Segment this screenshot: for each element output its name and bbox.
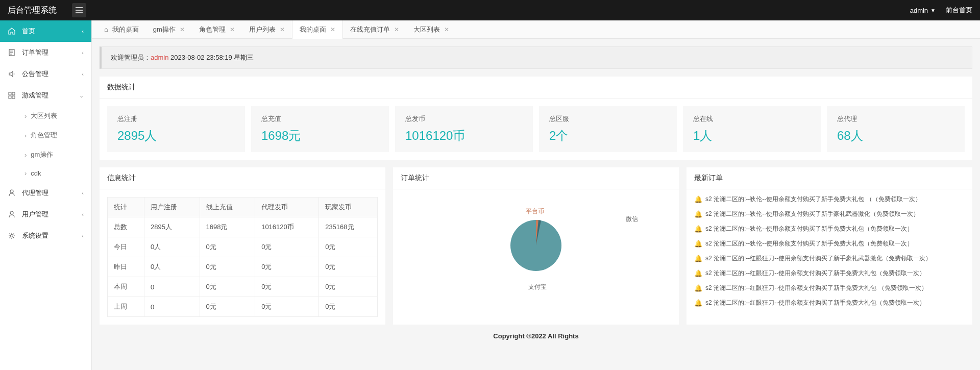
svg-rect-2 — [12, 92, 15, 95]
table-cell: 0元 — [319, 277, 378, 297]
order-item: 🔔s2 沧澜二区的:--红眼狂刀--使用余额支付购买了新手豪礼武器激化（免费领取… — [694, 251, 965, 266]
table-cell: 0人 — [144, 237, 200, 257]
sidebar-item-orders[interactable]: 订单管理 ‹ — [0, 42, 91, 63]
svg-rect-4 — [12, 96, 15, 98]
stat-card-4: 总在线1人 — [683, 106, 821, 152]
sidebar-item-label: 首页 — [22, 27, 35, 36]
order-stats-title: 订单统计 — [393, 167, 679, 189]
sidebar-sub-role[interactable]: ›角色管理 — [0, 126, 91, 145]
caret-down-icon: ▼ — [930, 8, 936, 13]
pie-label-wechat: 微信 — [626, 215, 638, 224]
table-cell: 235168元 — [319, 217, 378, 237]
stat-label: 总注册 — [117, 114, 235, 124]
sidebar-sub-cdk[interactable]: ›cdk — [0, 164, 91, 182]
table-row: 总数2895人1698元1016120币235168元 — [108, 217, 378, 237]
stat-label: 总在线 — [693, 114, 811, 124]
close-icon[interactable]: ✕ — [280, 26, 285, 33]
chevron-left-icon: ‹ — [82, 28, 84, 34]
tab-label: 角色管理 — [199, 25, 226, 34]
order-text: s2 沧澜二区的:--红眼狂刀--使用余额支付购买了新手豪礼武器激化（免费领取一… — [705, 254, 932, 263]
tab-0[interactable]: ⌂我的桌面 — [97, 20, 146, 39]
table-cell: 0 — [144, 277, 200, 297]
footer-copyright: Copyright ©2022 All Rights — [100, 325, 972, 348]
order-item: 🔔s2 沧澜二区的:--红眼狂刀--使用余额支付购买了新手免费大礼包 （免费领取… — [694, 281, 965, 295]
table-row: 本周00元0元0元 — [108, 277, 378, 297]
stats-panel-title: 数据统计 — [100, 77, 972, 98]
tab-bar: ⌂我的桌面gm操作✕角色管理✕用户列表✕我的桌面✕在线充值订单✕大区列表✕ — [92, 20, 980, 39]
sidebar-item-label: 公告管理 — [22, 69, 48, 79]
stat-label: 总区服 — [549, 114, 667, 124]
tab-6[interactable]: 大区列表✕ — [406, 20, 456, 39]
bell-icon: 🔔 — [694, 240, 702, 248]
table-cell: 0元 — [255, 297, 319, 317]
stat-card-1: 总充值1698元 — [251, 106, 389, 152]
order-item: 🔔s2 沧澜二区的:--狄伦--使用余额支付购买了新手免费大礼包（免费领取一次） — [694, 236, 965, 251]
table-header: 玩家发币 — [319, 198, 378, 217]
user-icon — [8, 210, 16, 218]
sidebar: 首页 ‹ 订单管理 ‹ 公告管理 ‹ — [0, 20, 92, 370]
tab-label: 用户列表 — [249, 25, 276, 34]
username-label: admin — [910, 7, 928, 14]
sidebar-item-agent[interactable]: 代理管理 ‹ — [0, 182, 91, 204]
stat-value: 2895人 — [117, 128, 235, 144]
table-header: 代理发币 — [255, 198, 319, 217]
home-icon: ⌂ — [104, 26, 108, 33]
sidebar-sub-gm[interactable]: ›gm操作 — [0, 145, 91, 164]
stat-value: 1人 — [693, 128, 811, 144]
table-header: 用户注册 — [144, 198, 200, 217]
close-icon[interactable]: ✕ — [180, 26, 185, 33]
table-cell: 2895人 — [144, 217, 200, 237]
tab-2[interactable]: 角色管理✕ — [192, 20, 242, 39]
tab-3[interactable]: 用户列表✕ — [242, 20, 292, 39]
pie-chart: 平台币 微信 支付宝 — [393, 189, 679, 302]
table-cell: 今日 — [108, 237, 144, 257]
user-icon — [8, 189, 16, 197]
chevron-left-icon: ‹ — [82, 233, 84, 239]
order-text: s2 沧澜二区的:--狄伦--使用余额支付购买了新手免费大礼包 （（免费领取一次… — [705, 195, 921, 204]
sidebar-item-label: 用户管理 — [22, 210, 48, 219]
table-row: 上周00元0元0元 — [108, 297, 378, 317]
tab-4[interactable]: 我的桌面✕ — [292, 20, 343, 39]
stat-value: 1698元 — [261, 128, 379, 144]
table-cell: 0元 — [200, 277, 255, 297]
sidebar-item-label: 系统设置 — [22, 231, 48, 240]
bell-icon: 🔔 — [694, 269, 702, 277]
close-icon[interactable]: ✕ — [330, 26, 335, 33]
sidebar-item-announce[interactable]: 公告管理 ‹ — [0, 63, 91, 85]
chevron-down-icon: ⌄ — [79, 92, 84, 99]
chevron-left-icon: ‹ — [82, 50, 84, 56]
close-icon[interactable]: ✕ — [444, 26, 449, 33]
close-icon[interactable]: ✕ — [394, 26, 399, 33]
welcome-admin-name: admin — [151, 54, 168, 61]
stat-label: 总代理 — [837, 114, 954, 124]
close-icon[interactable]: ✕ — [230, 26, 235, 33]
sidebar-item-user[interactable]: 用户管理 ‹ — [0, 204, 91, 225]
order-stats-panel: 订单统计 平台币 微信 支付宝 — [393, 167, 679, 325]
stat-value: 1016120币 — [405, 128, 523, 144]
user-menu[interactable]: admin ▼ — [910, 7, 936, 14]
order-item: 🔔s2 沧澜二区的:--狄伦--使用余额支付购买了新手豪礼武器激化（免费领取一次… — [694, 207, 965, 221]
latest-orders-panel: 最新订单 🔔s2 沧澜二区的:--狄伦--使用余额支付购买了新手免费大礼包 （（… — [687, 167, 972, 325]
table-cell: 本周 — [108, 277, 144, 297]
sidebar-item-game[interactable]: 游戏管理 ⌄ — [0, 85, 91, 106]
info-stats-title: 信息统计 — [100, 167, 385, 189]
sidebar-sub-zone-list[interactable]: ›大区列表 — [0, 106, 91, 126]
sidebar-item-settings[interactable]: 系统设置 ‹ — [0, 225, 91, 246]
front-home-link[interactable]: 前台首页 — [946, 6, 972, 15]
tab-1[interactable]: gm操作✕ — [146, 20, 192, 39]
table-cell: 0 — [144, 297, 200, 317]
table-cell: 0元 — [319, 297, 378, 317]
table-cell: 0元 — [319, 257, 378, 277]
document-icon — [8, 48, 16, 57]
order-text: s2 沧澜二区的:--红眼狂刀--使用余额支付购买了新手免费大礼包（免费领取一次… — [705, 299, 925, 307]
pie-label-platform: 平台币 — [526, 207, 544, 216]
sidebar-item-home[interactable]: 首页 ‹ — [0, 20, 91, 42]
sidebar-toggle-button[interactable] — [72, 3, 86, 17]
svg-point-7 — [11, 235, 13, 237]
table-cell: 0元 — [255, 277, 319, 297]
tab-5[interactable]: 在线充值订单✕ — [343, 20, 406, 39]
grid-icon — [8, 91, 16, 100]
tab-label: 在线充值订单 — [350, 25, 390, 34]
order-item: 🔔s2 沧澜二区的:--红眼狂刀--使用余额支付购买了新手免费大礼包（免费领取一… — [694, 266, 965, 281]
main-content: 欢迎管理员：admin 2023-08-02 23:58:19 星期三 数据统计… — [92, 39, 980, 370]
